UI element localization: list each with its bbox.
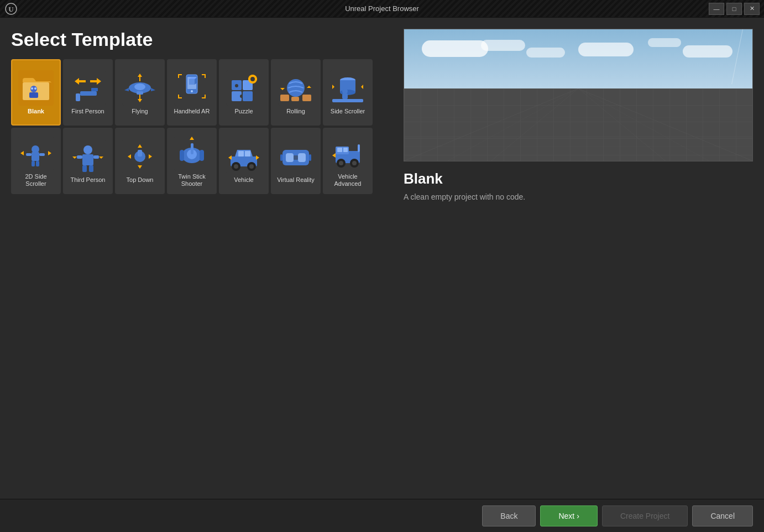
svg-rect-82: [294, 155, 298, 160]
svg-rect-33: [248, 78, 250, 80]
window-title: Unreal Project Browser: [345, 4, 419, 13]
template-grid: Blank First Person: [11, 59, 387, 194]
svg-rect-56: [82, 154, 93, 165]
next-label: Next: [558, 512, 574, 520]
ue-logo-icon: U: [4, 2, 18, 15]
selected-template-description: A clean empty project with no code.: [404, 192, 753, 203]
svg-rect-52: [32, 161, 35, 166]
svg-rect-83: [280, 154, 282, 161]
maximize-button[interactable]: □: [726, 3, 742, 15]
svg-rect-10: [80, 91, 97, 96]
handheld-ar-icon: [174, 70, 210, 106]
template-item-rolling[interactable]: Rolling: [271, 59, 321, 126]
svg-point-15: [134, 84, 145, 90]
svg-rect-12: [76, 93, 80, 101]
svg-rect-31: [252, 75, 254, 77]
svg-rect-88: [337, 148, 342, 152]
svg-point-46: [342, 88, 348, 94]
flying-icon: [122, 70, 158, 106]
vehicle-advanced-label: Vehicle Advanced: [326, 173, 369, 187]
side-scroller-icon: [330, 70, 365, 106]
puzzle-label: Puzzle: [234, 108, 253, 115]
svg-point-77: [249, 164, 254, 169]
svg-rect-44: [332, 99, 363, 102]
template-item-puzzle[interactable]: Puzzle: [219, 59, 269, 126]
2d-side-scroller-label: 2D Side Scroller: [14, 173, 57, 187]
svg-rect-89: [343, 148, 348, 152]
svg-rect-6: [29, 92, 38, 98]
svg-rect-39: [302, 95, 311, 101]
blank-label: Blank: [28, 108, 44, 115]
svg-point-91: [339, 161, 343, 165]
selected-template-name: Blank: [404, 170, 753, 187]
svg-rect-80: [286, 153, 294, 162]
template-item-blank[interactable]: Blank: [11, 59, 61, 126]
third-person-label: Third Person: [71, 176, 106, 184]
vehicle-advanced-icon: [330, 135, 365, 171]
minimize-button[interactable]: —: [709, 3, 724, 15]
svg-rect-11: [91, 88, 98, 91]
next-button[interactable]: Next ›: [540, 505, 597, 526]
svg-rect-67: [191, 143, 193, 154]
template-item-virtual-reality[interactable]: Virtual Reality: [271, 128, 321, 194]
svg-rect-63: [138, 150, 142, 157]
template-item-2d-side-scroller[interactable]: 2D Side Scroller: [11, 128, 61, 194]
svg-rect-53: [36, 161, 39, 166]
svg-rect-16: [137, 91, 143, 95]
template-item-vehicle-advanced[interactable]: Vehicle Advanced: [323, 128, 373, 194]
left-panel: Select Template: [11, 29, 387, 499]
create-project-button: Create Project: [602, 505, 688, 526]
virtual-reality-icon: [278, 139, 313, 174]
first-person-label: First Person: [71, 108, 104, 115]
template-item-side-scroller[interactable]: Side Scroller: [323, 59, 373, 126]
template-item-third-person[interactable]: Third Person: [63, 128, 113, 194]
svg-rect-50: [26, 153, 32, 156]
flying-label: Flying: [132, 108, 148, 115]
svg-rect-73: [245, 151, 250, 157]
vehicle-icon: [226, 139, 261, 174]
cancel-button[interactable]: Cancel: [692, 505, 753, 526]
third-person-icon: [70, 139, 106, 174]
template-item-flying[interactable]: Flying: [115, 59, 165, 126]
svg-rect-59: [82, 165, 87, 172]
twin-stick-shooter-icon: [174, 135, 210, 171]
window-controls: — □ ✕: [709, 3, 760, 15]
svg-point-24: [235, 84, 238, 87]
rolling-icon: [278, 70, 313, 106]
svg-rect-84: [309, 154, 311, 161]
svg-rect-68: [180, 150, 184, 161]
template-item-first-person[interactable]: First Person: [63, 59, 113, 126]
title-bar-left: U: [4, 2, 18, 15]
right-panel: Blank A clean empty project with no code…: [387, 29, 753, 499]
svg-rect-81: [298, 153, 306, 162]
template-item-handheld-ar[interactable]: Handheld AR: [167, 59, 217, 126]
template-item-twin-stick-shooter[interactable]: Twin Stick Shooter: [167, 128, 217, 194]
puzzle-icon: [226, 70, 261, 106]
svg-line-105: [732, 29, 743, 84]
svg-point-20: [191, 90, 193, 92]
back-button[interactable]: Back: [482, 505, 536, 526]
svg-point-30: [250, 77, 255, 81]
vehicle-label: Vehicle: [234, 176, 253, 184]
2d-side-scroller-icon: [18, 135, 54, 171]
virtual-reality-label: Virtual Reality: [277, 176, 315, 184]
next-chevron-icon: ›: [577, 512, 579, 520]
close-button[interactable]: ✕: [744, 3, 760, 15]
twin-stick-shooter-label: Twin Stick Shooter: [170, 173, 213, 187]
svg-point-75: [234, 164, 238, 169]
svg-rect-48: [32, 152, 39, 161]
svg-point-7: [31, 87, 33, 90]
svg-rect-45: [342, 93, 348, 99]
svg-rect-51: [39, 153, 45, 156]
top-down-icon: [122, 139, 158, 174]
svg-rect-58: [93, 155, 99, 159]
svg-point-8: [34, 87, 36, 90]
svg-rect-72: [238, 151, 244, 157]
svg-rect-21: [189, 79, 195, 85]
top-down-label: Top Down: [127, 176, 154, 184]
svg-rect-37: [280, 95, 289, 101]
template-preview: [404, 29, 753, 161]
template-item-vehicle[interactable]: Vehicle: [219, 128, 269, 194]
rolling-label: Rolling: [286, 108, 305, 115]
template-item-top-down[interactable]: Top Down: [115, 128, 165, 194]
